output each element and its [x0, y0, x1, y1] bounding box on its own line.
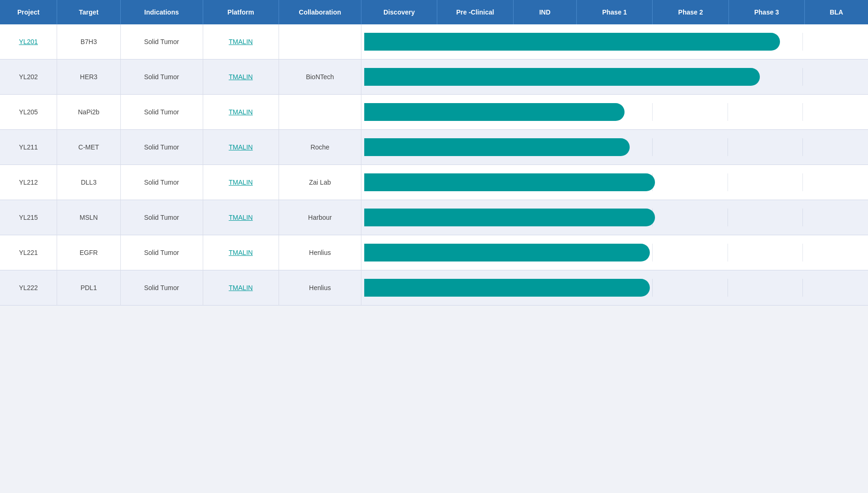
indication-cell: Solid Tumor [120, 235, 203, 270]
platform-link[interactable]: TMALIN [229, 179, 253, 186]
table-row: YL215MSLNSolid TumorTMALINHarbour [0, 200, 868, 235]
table-row: YL221EGFRSolid TumorTMALINHenlius [0, 235, 868, 270]
platform-link[interactable]: TMALIN [229, 249, 253, 256]
target-cell: EGFR [57, 235, 120, 270]
collaboration-cell: Henlius [279, 270, 361, 306]
col-header-target: Target [57, 0, 120, 24]
grid-line [802, 68, 803, 86]
grid-line [652, 103, 653, 121]
grid-line [802, 138, 803, 156]
bar-cell [361, 165, 868, 200]
col-header-indication: Indications [120, 0, 203, 24]
col-header-ind: IND [513, 0, 576, 24]
project-cell: YL211 [0, 130, 57, 165]
grid-line [652, 138, 653, 156]
platform-link[interactable]: TMALIN [229, 108, 253, 116]
table-header: ProjectTargetIndicationsPlatformCollabor… [0, 0, 868, 24]
progress-bar [364, 33, 780, 51]
bar-cell [361, 130, 868, 165]
indication-cell: Solid Tumor [120, 95, 203, 130]
indication-cell: Solid Tumor [120, 165, 203, 200]
col-header-phase2: Phase 2 [653, 0, 728, 24]
progress-bar [364, 68, 760, 86]
grid-line [728, 173, 728, 191]
target-cell: C-MET [57, 130, 120, 165]
platform-cell[interactable]: TMALIN [203, 270, 279, 306]
progress-bar [364, 244, 650, 261]
col-header-phase1: Phase 1 [576, 0, 652, 24]
project-cell[interactable]: YL201 [0, 24, 57, 60]
grid-line [728, 103, 728, 121]
collaboration-cell: Zai Lab [279, 165, 361, 200]
project-cell: YL222 [0, 270, 57, 306]
platform-link[interactable]: TMALIN [229, 214, 253, 221]
table-row: YL212DLL3Solid TumorTMALINZai Lab [0, 165, 868, 200]
platform-cell[interactable]: TMALIN [203, 95, 279, 130]
project-cell: YL202 [0, 60, 57, 95]
indication-cell: Solid Tumor [120, 130, 203, 165]
project-cell: YL221 [0, 235, 57, 270]
collaboration-cell: BioNTech [279, 60, 361, 95]
grid-line [728, 209, 728, 226]
bar-cell [361, 235, 868, 270]
grid-line [802, 209, 803, 226]
grid-line [728, 138, 728, 156]
target-cell: NaPi2b [57, 95, 120, 130]
platform-link[interactable]: TMALIN [229, 73, 253, 81]
col-header-platform: Platform [203, 0, 279, 24]
pipeline-table: ProjectTargetIndicationsPlatformCollabor… [0, 0, 868, 306]
grid-line [802, 173, 803, 191]
project-cell: YL212 [0, 165, 57, 200]
project-cell: YL215 [0, 200, 57, 235]
grid-line [728, 244, 728, 261]
col-header-discovery: Discovery [361, 0, 437, 24]
project-cell: YL205 [0, 95, 57, 130]
col-header-phase3: Phase 3 [728, 0, 804, 24]
project-link[interactable]: YL201 [19, 38, 37, 45]
platform-cell[interactable]: TMALIN [203, 60, 279, 95]
bar-cell [361, 200, 868, 235]
progress-bar [364, 103, 625, 121]
progress-bar [364, 173, 655, 191]
collaboration-cell [279, 24, 361, 60]
col-header-bla: BLA [805, 0, 868, 24]
table-row: YL211C-METSolid TumorTMALINRoche [0, 130, 868, 165]
col-header-project: Project [0, 0, 57, 24]
grid-line [802, 279, 803, 297]
table-row: YL202HER3Solid TumorTMALINBioNTech [0, 60, 868, 95]
grid-line [728, 279, 728, 297]
col-header-collab: Collaboration [279, 0, 361, 24]
grid-line [802, 244, 803, 261]
platform-cell[interactable]: TMALIN [203, 24, 279, 60]
platform-cell[interactable]: TMALIN [203, 200, 279, 235]
collaboration-cell: Harbour [279, 200, 361, 235]
collaboration-cell [279, 95, 361, 130]
platform-cell[interactable]: TMALIN [203, 235, 279, 270]
target-cell: HER3 [57, 60, 120, 95]
indication-cell: Solid Tumor [120, 270, 203, 306]
bar-cell [361, 24, 868, 60]
grid-line [802, 33, 803, 51]
table-row: YL222PDL1Solid TumorTMALINHenlius [0, 270, 868, 306]
bar-cell [361, 95, 868, 130]
collaboration-cell: Henlius [279, 235, 361, 270]
platform-link[interactable]: TMALIN [229, 143, 253, 151]
bar-cell [361, 60, 868, 95]
platform-link[interactable]: TMALIN [229, 284, 253, 291]
target-cell: B7H3 [57, 24, 120, 60]
collaboration-cell: Roche [279, 130, 361, 165]
progress-bar [364, 209, 655, 226]
target-cell: MSLN [57, 200, 120, 235]
platform-cell[interactable]: TMALIN [203, 165, 279, 200]
grid-line [802, 103, 803, 121]
progress-bar [364, 279, 650, 297]
grid-line [652, 279, 653, 297]
platform-cell[interactable]: TMALIN [203, 130, 279, 165]
platform-link[interactable]: TMALIN [229, 38, 253, 45]
grid-line [652, 244, 653, 261]
indication-cell: Solid Tumor [120, 24, 203, 60]
table-row: YL205NaPi2bSolid TumorTMALIN [0, 95, 868, 130]
table-row: YL201B7H3Solid TumorTMALIN [0, 24, 868, 60]
bar-cell [361, 270, 868, 306]
indication-cell: Solid Tumor [120, 60, 203, 95]
